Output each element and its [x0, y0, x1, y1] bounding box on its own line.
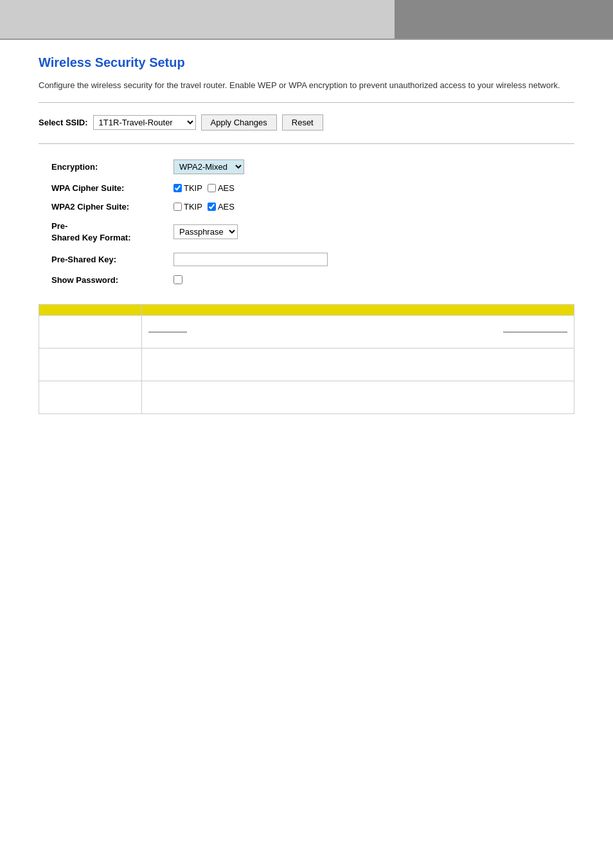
- table-cell-3-1: [39, 381, 142, 413]
- table-cell-3-2: [142, 381, 574, 413]
- table-row: [39, 315, 574, 348]
- underline-left: [148, 322, 187, 332]
- main-content: Wireless Security Setup Configure the wi…: [0, 40, 613, 440]
- wpa2-aes-checkbox[interactable]: [208, 203, 216, 211]
- ssid-select[interactable]: 1T1R-Travel-Router: [93, 115, 196, 130]
- table-header-col1: [39, 304, 142, 315]
- table-row: [39, 348, 574, 381]
- wpa-aes-checkbox[interactable]: [208, 184, 216, 192]
- wpa2-cipher-label: WPA2 Cipher Suite:: [51, 202, 167, 212]
- settings-form: Encryption: WPA2-Mixed None WEP WPA WPA2…: [39, 159, 574, 285]
- bottom-table: [39, 304, 574, 414]
- table-cell-1-1: [39, 315, 142, 348]
- table-header-col2: [142, 304, 574, 315]
- psk-format-select[interactable]: Passphrase Hex: [173, 224, 238, 239]
- psk-row: Pre-Shared Key:: [51, 253, 574, 266]
- table-cell-2-2: [142, 348, 574, 381]
- page-title: Wireless Security Setup: [39, 55, 574, 70]
- ssid-label: Select SSID:: [39, 118, 88, 127]
- wpa2-aes-label[interactable]: AES: [208, 202, 235, 212]
- table-cell-1-2: [142, 315, 574, 348]
- psk-label: Pre-Shared Key:: [51, 255, 167, 264]
- encryption-label: Encryption:: [51, 162, 167, 172]
- show-password-label: Show Password:: [51, 275, 167, 285]
- wpa2-tkip-checkbox[interactable]: [173, 203, 182, 211]
- table-cell-2-1: [39, 348, 142, 381]
- underline-right: [503, 322, 567, 332]
- wpa2-cipher-options: TKIP AES: [173, 202, 235, 212]
- wpa2-cipher-row: WPA2 Cipher Suite: TKIP AES: [51, 202, 574, 212]
- row-divider: [39, 143, 574, 144]
- psk-format-row: Pre- Shared Key Format: Passphrase Hex: [51, 221, 574, 244]
- wpa-cipher-options: TKIP AES: [173, 183, 235, 193]
- top-bar: [0, 0, 613, 39]
- encryption-select[interactable]: WPA2-Mixed None WEP WPA WPA2: [173, 159, 244, 174]
- section-divider: [39, 102, 574, 103]
- wpa-tkip-label[interactable]: TKIP: [173, 183, 202, 193]
- encryption-row: Encryption: WPA2-Mixed None WEP WPA WPA2: [51, 159, 574, 174]
- wpa-cipher-row: WPA Cipher Suite: TKIP AES: [51, 183, 574, 193]
- ssid-row: Select SSID: 1T1R-Travel-Router Apply Ch…: [39, 114, 574, 131]
- page-description: Configure the wireless security for the …: [39, 79, 574, 92]
- wpa-tkip-checkbox[interactable]: [173, 184, 182, 192]
- psk-input[interactable]: [173, 253, 328, 266]
- apply-changes-button[interactable]: Apply Changes: [201, 114, 277, 131]
- psk-format-label: Pre- Shared Key Format:: [51, 221, 167, 244]
- wpa-aes-label[interactable]: AES: [208, 183, 235, 193]
- show-password-checkbox[interactable]: [173, 275, 182, 284]
- show-password-row: Show Password:: [51, 275, 574, 285]
- wpa2-tkip-label[interactable]: TKIP: [173, 202, 202, 212]
- reset-button[interactable]: Reset: [282, 114, 323, 131]
- wpa-cipher-label: WPA Cipher Suite:: [51, 183, 167, 193]
- table-row: [39, 381, 574, 413]
- top-bar-right: [395, 0, 613, 39]
